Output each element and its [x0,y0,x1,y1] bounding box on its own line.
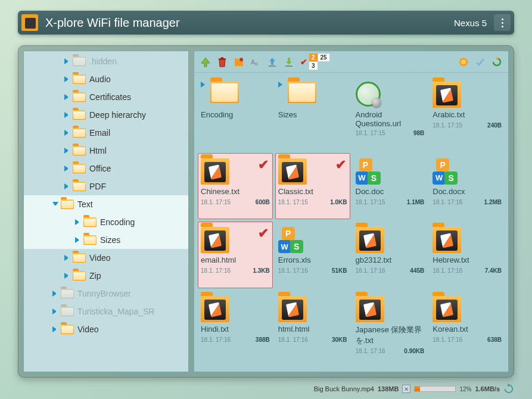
chevron-right-icon[interactable] [64,130,70,136]
file-size: 1.1MB [407,199,424,205]
chevron-right-icon[interactable] [64,273,70,279]
chevron-right-icon[interactable] [64,76,70,82]
svg-rect-7 [269,66,276,67]
file-name: gb2312.txt [356,255,425,266]
file-name: Doc.docx [433,187,502,197]
file-name: Sizes [278,110,347,120]
file-item[interactable]: Android Questions.url18.1. 17:1598B [353,76,428,151]
app-icon [21,14,38,31]
cancel-transfer-button[interactable]: ✕ [402,385,410,393]
folder-icon [73,271,86,280]
file-date: 18.1. 17:15 [433,122,462,129]
file-item[interactable]: gb2312.txt18.1. 17:16445B [353,222,428,288]
tree-item[interactable]: Office [24,160,188,177]
folder-icon [73,128,86,138]
folder-item[interactable]: Encoding [198,76,273,151]
download-button[interactable] [281,54,297,70]
tree-item[interactable]: Encoding [24,213,188,231]
file-item[interactable]: ✔Chinese.txt18.1. 17:15600B [198,153,273,220]
chevron-right-icon[interactable] [75,237,81,243]
file-size: 98B [413,130,424,136]
chevron-right-icon[interactable] [52,308,58,314]
file-item[interactable]: Korean.txt18.1. 17:16638B [430,291,505,369]
svg-rect-1 [221,57,223,58]
chevron-right-icon[interactable] [64,112,70,118]
file-item[interactable]: PWSDoc.doc18.1. 17:151.1MB [353,153,428,220]
file-date: 18.1. 17:16 [433,336,462,343]
text-file-icon [356,296,384,322]
tree-item-label: Sizes [100,235,120,245]
delete-button[interactable] [214,54,230,70]
menu-button[interactable] [494,14,511,31]
tree-item[interactable]: Certificates [24,88,188,106]
file-item[interactable]: Hindi.txt18.1. 17:16388B [198,291,273,369]
upload-button[interactable] [265,54,280,70]
tree-item[interactable]: Video [24,249,188,267]
tree-item[interactable]: Audio [24,70,188,88]
file-date: 18.1. 17:16 [433,267,462,274]
file-size: 1.2MB [484,199,502,205]
folder-item[interactable]: Sizes [275,76,350,151]
chevron-down-icon[interactable] [52,202,58,208]
folder-icon [73,146,86,155]
file-size: 445B [410,267,424,274]
status-refresh-button[interactable] [503,384,514,394]
chevron-right-icon[interactable] [52,291,58,297]
file-item[interactable]: Japanese 保険業界を.txt18.1. 17:160.90KB [353,291,428,369]
chevron-right-icon[interactable] [64,166,70,172]
new-folder-button[interactable] [231,54,247,70]
selection-indicator: ✔ 2 25 3 [300,54,329,70]
chevron-right-icon [201,82,207,88]
tree-item[interactable]: Html [24,142,188,160]
transfer-size: 138MB [378,385,399,392]
file-date: 18.1. 17:16 [201,336,231,343]
app-title: X-plore WiFi file manager [45,16,454,30]
chevron-right-icon[interactable] [64,148,70,154]
tree-item[interactable]: Turisticka_Mapa_SR [24,303,188,320]
selected-count: 3 [309,62,318,70]
tree-item[interactable]: Sizes [24,231,188,249]
file-item[interactable]: PWSDoc.docx18.1. 17:161.2MB [430,153,505,220]
tree-item[interactable]: Video [24,320,188,338]
up-button[interactable] [198,54,213,70]
folder-icon [288,82,316,103]
chevron-right-icon[interactable] [52,326,58,332]
folder-tree[interactable]: .hiddenAudioCertificatesDeep hierarchyEm… [23,51,189,372]
file-date: 18.1. 17:16 [278,267,308,274]
file-size: 0.90KB [404,348,424,354]
tree-item[interactable]: .hidden [24,52,188,70]
folder-icon [61,307,74,316]
tree-item[interactable]: Email [24,124,188,142]
tree-item[interactable]: TunnyBrowser [24,285,188,303]
chevron-right-icon[interactable] [64,94,70,100]
file-item[interactable]: Arabic.txt18.1. 17:15240B [430,76,505,151]
view-mode-button[interactable] [456,54,471,70]
check-icon: ✔ [335,157,346,173]
tree-item[interactable]: Text [24,195,188,213]
chevron-right-icon[interactable] [64,183,70,189]
file-item[interactable]: PWSErrors.xls18.1. 17:1651KB [275,222,350,288]
select-all-button[interactable] [472,54,488,70]
text-file-icon [433,227,461,253]
tree-item[interactable]: PDF [24,177,188,195]
folder-icon [61,200,74,209]
tree-item[interactable]: Zip [24,267,188,285]
refresh-button[interactable] [489,54,505,70]
tree-item[interactable]: Deep hierarchy [24,106,188,124]
file-name: Hebrew.txt [433,255,502,266]
file-item[interactable]: ✔email.html18.1. 17:161.3KB [198,222,273,288]
file-date: 18.1. 17:16 [356,267,385,274]
file-size: 388B [256,336,270,343]
rename-button[interactable]: AB [248,54,263,70]
file-item[interactable]: Hebrew.txt18.1. 17:167.4KB [430,222,505,288]
file-grid[interactable]: EncodingSizesAndroid Questions.url18.1. … [194,73,508,372]
chevron-right-icon[interactable] [64,58,70,64]
file-item[interactable]: ✔Classic.txt18.1. 17:151.0KB [275,153,350,220]
chevron-right-icon[interactable] [75,219,81,225]
chevron-right-icon[interactable] [64,255,70,261]
file-item[interactable]: html.html18.1. 17:1630KB [275,291,350,369]
file-size: 51KB [332,267,347,274]
svg-point-10 [461,60,466,64]
folder-icon [210,82,239,103]
file-name: Japanese 保険業界を.txt [356,325,425,346]
